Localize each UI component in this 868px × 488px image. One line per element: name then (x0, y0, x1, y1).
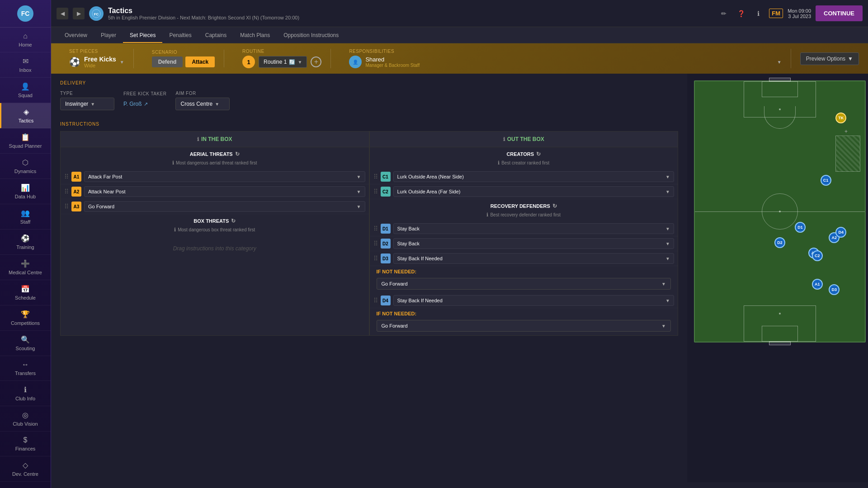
box-threats-title: BOX THREATS ↻ (61, 214, 369, 226)
player-add-icon[interactable]: + (844, 128, 848, 135)
tab-player[interactable]: Player (94, 28, 123, 43)
scenario-defend-button[interactable]: Defend (152, 56, 183, 67)
drag-handle-d4[interactable]: ⠿ (373, 297, 378, 304)
sidebar-item-home[interactable]: ⌂ Home (0, 28, 51, 52)
player-dot-d3[interactable]: D3 (829, 284, 840, 295)
sidebar-item-squad[interactable]: 👤 Squad (0, 78, 51, 103)
drag-handle-c1[interactable]: ⠿ (373, 173, 378, 180)
box-refresh-icon[interactable]: ↻ (231, 218, 236, 224)
player-dot-a1[interactable]: A1 (812, 279, 823, 290)
routine-selector[interactable]: Routine 1 🔄 ▼ (259, 56, 307, 68)
pitch-view: TK A1 A2 A3 D1 D2 D3 C1 C2 D4 + (687, 74, 868, 482)
sidebar-item-scouting[interactable]: 🔍 Scouting (0, 331, 51, 356)
sidebar-item-label: Squad (18, 93, 33, 98)
sidebar-item-dev-centre[interactable]: ◇ Dev. Centre (0, 456, 51, 482)
player-dot-tk[interactable]: TK (835, 113, 846, 123)
instruction-selector-c2[interactable]: Lurk Outside Area (Far Side) ▼ (393, 186, 675, 197)
sidebar-item-club-info[interactable]: ℹ Club Info (0, 381, 51, 406)
creators-title: CREATORS ↻ (370, 147, 678, 159)
instruction-selector-a3[interactable]: Go Forward ▼ (84, 201, 365, 212)
page-title-area: Tactics 5th in English Premier Division … (108, 7, 713, 20)
if-not-needed-d4: IF NOT NEEDED: (370, 308, 678, 318)
in-box-title: IN THE BOX (201, 136, 232, 142)
sidebar-item-dynamics[interactable]: ⬡ Dynamics (0, 154, 51, 179)
tab-captains[interactable]: Captains (198, 28, 233, 43)
tab-match-plans[interactable]: Match Plans (233, 28, 277, 43)
drag-handle-c2[interactable]: ⠿ (373, 188, 378, 195)
help-button[interactable]: ℹ (752, 7, 764, 20)
drag-handle-a2[interactable]: ⠿ (64, 188, 69, 195)
tab-set-pieces[interactable]: Set Pieces (123, 28, 162, 43)
in-box-info-icon[interactable]: ℹ (197, 136, 199, 142)
responsibilities-chevron[interactable]: ▼ (777, 60, 782, 65)
badge-c2: C2 (381, 187, 391, 197)
out-box-info-icon[interactable]: ℹ (503, 136, 505, 142)
type-selector[interactable]: Inswinger ▼ (60, 98, 114, 110)
delivery-section: DELIVERY TYPE Inswinger ▼ FREE KICK TAKE… (51, 74, 687, 117)
drag-handle-d1[interactable]: ⠿ (373, 225, 378, 232)
sidebar-item-staff[interactable]: 👥 Staff (0, 204, 51, 230)
sidebar-item-tactics[interactable]: ◈ Tactics (0, 103, 51, 128)
sidebar-item-transfers[interactable]: ↔ Transfers (0, 356, 51, 381)
box-drop-zone: Drag instructions into this category (61, 236, 369, 261)
tab-penalties[interactable]: Penalties (162, 28, 198, 43)
sidebar-item-label: Squad Planner (9, 143, 42, 149)
nav-forward-button[interactable]: ▶ (73, 8, 85, 19)
instruction-value-a1: Attack Far Post (88, 174, 122, 179)
player-dot-c1[interactable]: C1 (821, 175, 831, 186)
instruction-selector-a2[interactable]: Attack Near Post ▼ (84, 186, 365, 197)
sidebar-item-data-hub[interactable]: 📊 Data Hub (0, 179, 51, 204)
edit-button[interactable]: ✏ (717, 7, 730, 20)
drag-handle-a3[interactable]: ⠿ (64, 203, 69, 210)
continue-button[interactable]: CONTINUE (816, 5, 863, 21)
aerial-refresh-icon[interactable]: ↻ (235, 151, 240, 157)
if-not-selector-d3[interactable]: Go Forward ▼ (377, 278, 671, 290)
preview-options-button[interactable]: Preview Options ▼ (800, 52, 859, 65)
routine-number-badge: 1 (242, 56, 255, 68)
nav-back-button[interactable]: ◀ (57, 8, 68, 19)
help-tactics-button[interactable]: ❓ (735, 7, 747, 20)
team-crest: FC (89, 6, 104, 21)
if-not-selector-d4[interactable]: Go Forward ▼ (377, 320, 671, 332)
badge-d1: D1 (381, 224, 391, 234)
instruction-selector-a1[interactable]: Attack Far Post ▼ (84, 171, 365, 182)
sidebar-item-label: Club Vision (13, 421, 38, 427)
set-pieces-chevron[interactable]: ▼ (120, 60, 124, 65)
sidebar-item-finances[interactable]: $ Finances (0, 432, 51, 456)
scenario-attack-button[interactable]: Attack (185, 56, 215, 67)
responsibilities-label: RESPONSIBILITIES (349, 49, 781, 54)
aerial-hints: ℹ Most dangerous aerial threat ranked fi… (61, 159, 369, 169)
instruction-selector-c1[interactable]: Lurk Outside Area (Near Side) ▼ (393, 171, 675, 182)
sidebar-item-training[interactable]: ⚽ Training (0, 230, 51, 255)
sidebar-item-label: Schedule (15, 295, 36, 300)
tab-overview[interactable]: Overview (58, 28, 94, 43)
instruction-selector-d4[interactable]: Stay Back If Needed ▼ (393, 295, 675, 306)
instruction-selector-d1[interactable]: Stay Back ▼ (393, 223, 675, 234)
player-dot-d2[interactable]: D2 (774, 237, 785, 248)
instruction-selector-d3[interactable]: Stay Back If Needed ▼ (393, 253, 675, 264)
sidebar-item-medical[interactable]: ➕ Medical Centre (0, 255, 51, 280)
sidebar-item-competitions[interactable]: 🏆 Competitions (0, 305, 51, 331)
sidebar-item-inbox[interactable]: ✉ Inbox (0, 52, 51, 78)
sidebar-item-club-vision[interactable]: ◎ Club Vision (0, 406, 51, 432)
routine-add-button[interactable]: + (311, 56, 321, 67)
aim-selector[interactable]: Cross Centre ▼ (175, 98, 230, 110)
tab-opposition-instructions[interactable]: Opposition Instructions (277, 28, 345, 43)
creators-info-icon: ℹ (498, 160, 500, 166)
taker-value[interactable]: P. Groß (123, 101, 142, 107)
drag-handle-d3[interactable]: ⠿ (373, 255, 378, 262)
player-dot-d1[interactable]: D1 (795, 222, 806, 233)
sidebar-item-schedule[interactable]: 📅 Schedule (0, 280, 51, 305)
player-dot-d4[interactable]: D4 (835, 227, 846, 238)
topbar-actions: ✏ ❓ ℹ FM Mon 09:00 3 Jul 2023 CONTINUE (717, 5, 863, 21)
player-dot-c2[interactable]: C2 (812, 250, 823, 261)
creators-refresh-icon[interactable]: ↻ (536, 151, 541, 157)
recovery-refresh-icon[interactable]: ↻ (552, 203, 557, 209)
out-box-title: OUT THE BOX (507, 136, 544, 142)
sidebar-item-squad-planner[interactable]: 📋 Squad Planner (0, 128, 51, 154)
responsibilities-name: Shared (365, 56, 773, 63)
instruction-selector-d2[interactable]: Stay Back ▼ (393, 238, 675, 249)
sidebar-item-label: Finances (15, 446, 36, 451)
drag-handle-d2[interactable]: ⠿ (373, 240, 378, 247)
drag-handle-a1[interactable]: ⠿ (64, 173, 69, 180)
